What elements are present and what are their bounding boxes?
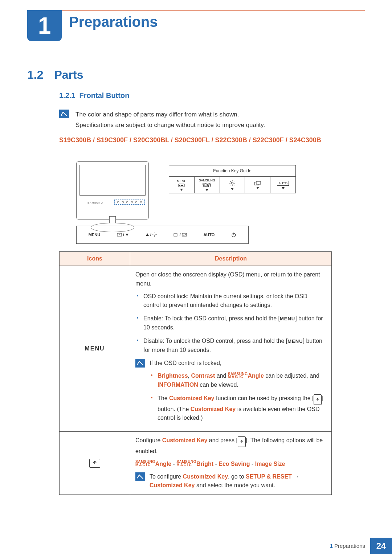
table-row-menu: MENU Open or close the onscreen display … — [60, 266, 331, 432]
strip-source-enter: / — [173, 233, 187, 237]
customkey-options: SAMSUNGMAGICAngle - SAMSUNGMAGICBright -… — [135, 460, 326, 469]
button-strip: MENU / / / AUTO — [76, 226, 249, 244]
th-description: Description — [130, 252, 331, 266]
top-rule — [27, 10, 365, 11]
callout-line — [145, 203, 176, 203]
monitor-screen — [79, 165, 146, 196]
note-line-2: Specifications are subject to change wit… — [75, 120, 265, 131]
footer-breadcrumb: 1 Preparations — [324, 538, 370, 554]
locked-osd-note: If the OSD control is locked, Brightness… — [135, 359, 326, 427]
strip-menu: MENU — [89, 233, 100, 237]
note-block: The color and shape of parts may differ … — [59, 110, 265, 131]
svg-point-0 — [61, 115, 62, 116]
note-icon — [135, 472, 145, 481]
svg-rect-23 — [182, 233, 187, 236]
svg-rect-4 — [182, 185, 183, 186]
note-line-1: The color and shape of parts may differ … — [75, 110, 265, 120]
svg-line-13 — [234, 181, 234, 182]
model-list: S19C300B / S19C300F / S20C300BL / S20C30… — [59, 136, 321, 144]
monitor-outline: SAMSUNG — [76, 161, 149, 219]
note-icon — [59, 110, 69, 118]
desc-cell-customkey: Configure Customized Key and press []. T… — [130, 432, 331, 495]
key-guide-title: Function Key Guide — [169, 165, 295, 176]
desc-cell-menu: Open or close the onscreen display (OSD)… — [130, 266, 331, 431]
monitor-diagram: SAMSUNG Function Key Guide MENU SAMSUNG … — [76, 158, 298, 243]
icon-cell-menu: MENU — [60, 266, 130, 431]
page-number: 24 — [370, 538, 392, 554]
svg-rect-2 — [179, 185, 180, 186]
strip-up-brightness: / — [146, 233, 157, 237]
menu-bullet-lock: OSD control lock: Maintain the current s… — [143, 292, 326, 310]
menu-intro: Open or close the onscreen display (OSD)… — [135, 270, 326, 288]
section-number: 1.2 — [27, 68, 43, 82]
section-title: Parts — [54, 68, 83, 82]
note-text: The color and shape of parts may differ … — [75, 110, 265, 131]
strip-customkey-down: / — [117, 233, 129, 237]
svg-rect-22 — [174, 234, 177, 236]
svg-line-10 — [230, 181, 231, 182]
table-row-customkey: Configure Customized Key and press []. T… — [60, 432, 331, 495]
th-icons: Icons — [60, 252, 130, 266]
locked-note-intro: If the OSD control is locked, — [150, 359, 326, 368]
icons-description-table: Icons Description MENU Open or close the… — [59, 251, 332, 495]
svg-line-11 — [234, 185, 234, 185]
subsection-title: Frontal Button — [79, 91, 130, 99]
key-auto: AUTO — [270, 177, 295, 193]
chapter-number-badge: 1 — [27, 10, 62, 41]
customkey-note-text: To configure Customized Key, go to SETUP… — [150, 472, 326, 491]
subsection-heading: 1.2.1 Frontal Button — [59, 91, 129, 100]
menu-button-icon: MENU — [85, 345, 105, 352]
svg-line-12 — [230, 185, 231, 185]
subsection-number: 1.2.1 — [59, 91, 75, 99]
strip-power — [231, 232, 236, 237]
function-key-guide: Function Key Guide MENU SAMSUNG MAGICANG… — [169, 165, 296, 193]
key-source — [245, 177, 270, 193]
key-magic-angle: SAMSUNG MAGICANGLE — [195, 177, 220, 193]
customkey-icon — [89, 459, 100, 468]
monitor-brand: SAMSUNG — [77, 201, 114, 204]
chapter-title: Preparations — [69, 14, 158, 30]
svg-rect-15 — [256, 181, 261, 184]
page-footer: 1 Preparations 24 — [0, 538, 392, 554]
note-icon — [135, 359, 145, 368]
strip-auto: AUTO — [203, 233, 215, 237]
customkey-icon — [238, 436, 246, 447]
menu-bullet-disable: Disable: To unlock the OSD control, pres… — [143, 337, 326, 355]
icon-cell-customkey — [60, 432, 130, 495]
menu-bullet-enable: Enable: To lock the OSD control, press a… — [143, 314, 326, 332]
svg-point-17 — [154, 234, 155, 235]
front-button-panel — [114, 200, 145, 205]
locked-note-item-2: The Customized Key function can be used … — [158, 394, 326, 423]
customkey-icon — [314, 394, 322, 405]
customkey-config-note: To configure Customized Key, go to SETUP… — [135, 472, 326, 491]
key-brightness — [220, 177, 245, 193]
svg-point-5 — [231, 182, 233, 184]
svg-rect-3 — [181, 185, 182, 186]
locked-note-item-1: Brightness, Contrast and SAMSUNGMAGICAng… — [158, 372, 326, 390]
key-menu: MENU — [169, 177, 195, 193]
section-heading: 1.2 Parts — [27, 68, 83, 82]
customkey-intro: Configure Customized Key and press []. T… — [135, 436, 326, 456]
